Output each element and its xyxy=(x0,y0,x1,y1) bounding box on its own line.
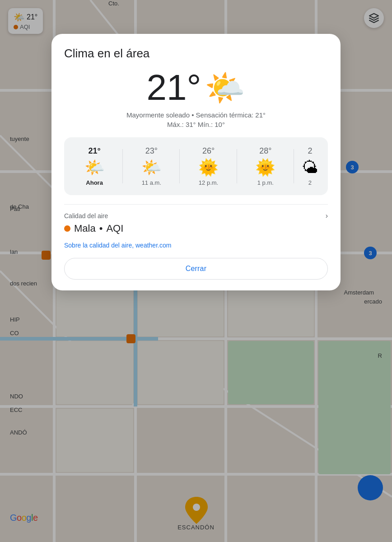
hourly-scroll: 21° 🌤️ Ahora 23° 🌤️ 11 a.m. 26° 🌞 12 p.m… xyxy=(66,145,326,188)
air-quality-section: Calidad del aire › Mala • AQI xyxy=(64,204,328,234)
air-quality-status: Mala • AQI xyxy=(64,223,328,234)
hourly-item-partial: 2 🌤 2 xyxy=(294,145,326,188)
hourly-label-1: 11 a.m. xyxy=(142,179,161,186)
air-quality-status-dot xyxy=(64,225,70,232)
hourly-label-3: 1 p.m. xyxy=(257,179,274,186)
hourly-item-11am: 23° 🌤️ 11 a.m. xyxy=(123,145,180,188)
hourly-item-1pm: 28° 🌞 1 p.m. xyxy=(237,145,294,188)
main-temperature: 21° xyxy=(147,70,201,106)
hourly-label-4: 2 xyxy=(308,179,312,186)
hourly-icon-1: 🌤️ xyxy=(141,159,162,176)
air-quality-header: Calidad del aire › xyxy=(64,212,328,220)
main-weather-icon: 🌤️ xyxy=(205,71,245,104)
weather-description: Mayormente soleado • Sensación térmica: … xyxy=(64,111,328,119)
air-quality-aqi-label: AQI xyxy=(106,223,123,234)
hourly-icon-4: 🌤 xyxy=(302,159,318,176)
hourly-icon-2: 🌞 xyxy=(198,159,219,176)
hourly-label-0: Ahora xyxy=(86,179,103,186)
hourly-icon-0: 🌤️ xyxy=(84,159,105,176)
air-quality-title: Calidad del aire xyxy=(64,212,108,220)
weather-minmax: Máx.: 31° Mín.: 10° xyxy=(64,121,328,128)
hourly-temp-0: 21° xyxy=(88,146,100,156)
air-quality-separator: • xyxy=(99,223,103,234)
hourly-temp-3: 28° xyxy=(259,146,271,156)
hourly-label-2: 12 p.m. xyxy=(199,179,218,186)
weather-card: Clima en el área 21° 🌤️ Mayormente solea… xyxy=(51,34,341,290)
hourly-temp-4: 2 xyxy=(308,146,312,156)
hourly-icon-3: 🌞 xyxy=(255,159,275,176)
hourly-item-now: 21° 🌤️ Ahora xyxy=(66,145,123,188)
hourly-temp-1: 23° xyxy=(145,146,158,156)
main-weather-display: 21° 🌤️ xyxy=(64,70,328,106)
hourly-temp-2: 26° xyxy=(202,146,215,156)
card-title: Clima en el área xyxy=(64,47,328,61)
air-quality-status-label: Mala xyxy=(74,223,96,234)
weather-source-link[interactable]: Sobre la calidad del aire, weather.com xyxy=(64,242,328,249)
close-button[interactable]: Cerrar xyxy=(64,258,328,280)
hourly-forecast[interactable]: 21° 🌤️ Ahora 23° 🌤️ 11 a.m. 26° 🌞 12 p.m… xyxy=(64,137,328,195)
hourly-item-12pm: 26° 🌞 12 p.m. xyxy=(180,145,237,188)
air-quality-chevron-icon[interactable]: › xyxy=(326,212,328,220)
